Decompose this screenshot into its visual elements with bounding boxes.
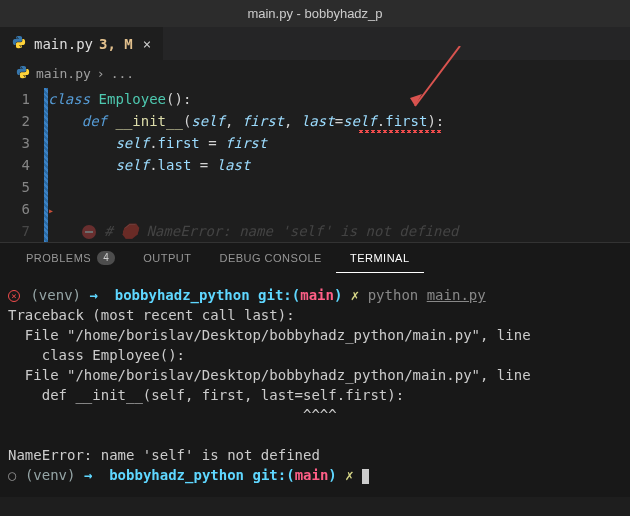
python-icon xyxy=(16,65,30,82)
code-line-7: # 🛑 NameError: name 'self' is not define… xyxy=(48,220,630,242)
code-line-5 xyxy=(48,176,630,198)
terminal-output[interactable]: × (venv) → bobbyhadz_python git:(main) ✗… xyxy=(0,273,630,497)
code-area[interactable]: class Employee(): def __init__(self, fir… xyxy=(48,88,630,242)
breadcrumb-sep: › xyxy=(97,66,105,81)
error-dot-icon xyxy=(82,225,96,239)
code-line-6: ▸ xyxy=(48,198,630,220)
panel-tabs: PROBLEMS 4 OUTPUT DEBUG CONSOLE TERMINAL xyxy=(0,243,630,273)
tab-output[interactable]: OUTPUT xyxy=(129,243,205,273)
editor[interactable]: 1 2 3 4 5 6 7 class Employee(): def __in… xyxy=(0,86,630,242)
titlebar: main.py - bobbyhadz_p xyxy=(0,0,630,27)
code-line-1: class Employee(): xyxy=(48,88,630,110)
error-indicator-icon: × xyxy=(8,290,20,302)
tab-terminal[interactable]: TERMINAL xyxy=(336,243,424,273)
breadcrumb-file: main.py xyxy=(36,66,91,81)
code-line-3: self.first = first xyxy=(48,132,630,154)
tab-problems[interactable]: PROBLEMS 4 xyxy=(12,243,129,273)
code-line-2: def __init__(self, first, last=self.firs… xyxy=(48,110,630,132)
panel: PROBLEMS 4 OUTPUT DEBUG CONSOLE TERMINAL… xyxy=(0,242,630,497)
tab-problem-badge: 3, M xyxy=(99,36,133,52)
code-line-4: self.last = last xyxy=(48,154,630,176)
python-icon xyxy=(12,35,26,52)
problems-count-badge: 4 xyxy=(97,251,115,265)
terminal-cursor xyxy=(362,469,369,484)
tab-main-py[interactable]: main.py 3, M × xyxy=(0,27,164,60)
line-gutter: 1 2 3 4 5 6 7 xyxy=(0,88,48,242)
tab-filename: main.py xyxy=(34,36,93,52)
close-icon[interactable]: × xyxy=(143,36,151,52)
tab-bar: main.py 3, M × xyxy=(0,27,630,61)
tab-debug-console[interactable]: DEBUG CONSOLE xyxy=(205,243,335,273)
breadcrumb-rest: ... xyxy=(111,66,134,81)
breadcrumb[interactable]: main.py › ... xyxy=(0,61,630,86)
